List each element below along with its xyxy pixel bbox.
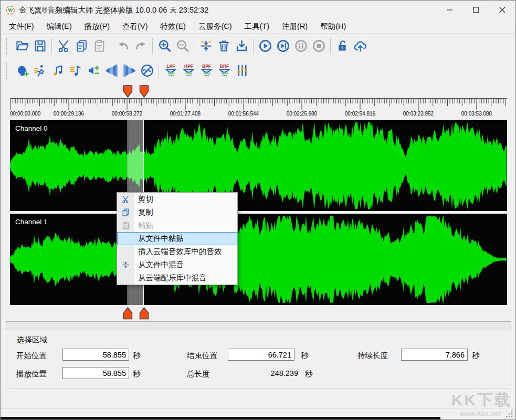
context-item-5[interactable]: 插入云端音效库中的音效: [117, 245, 237, 258]
context-item-7[interactable]: 从云端配乐库中混音: [117, 271, 237, 285]
delete-button[interactable]: [215, 37, 233, 55]
svg-text:LPF: LPF: [166, 64, 175, 69]
zoom-in-button[interactable]: [155, 37, 173, 55]
mix-insert-button[interactable]: [197, 37, 215, 55]
filter-brf-icon: BRF: [217, 64, 231, 78]
context-item-2[interactable]: 复制: [117, 206, 237, 219]
minimize-button[interactable]: [437, 1, 463, 19]
filter-hpf-button[interactable]: HPF: [180, 62, 197, 80]
start-position-input[interactable]: [62, 349, 129, 361]
fade-out-button[interactable]: [120, 62, 138, 80]
end-position-input[interactable]: [228, 349, 294, 361]
filter-bpf-button[interactable]: BPF: [197, 62, 215, 80]
undo-icon: [116, 39, 130, 53]
filter-lpf-button[interactable]: LPF: [162, 62, 180, 80]
context-item-4[interactable]: 从文件中粘贴: [117, 232, 237, 245]
context-item-1[interactable]: 剪切: [117, 193, 237, 206]
svg-text:00:01:56.544: 00:01:56.544: [228, 111, 259, 117]
pitch-icon: [51, 64, 65, 78]
selection-group-title: 选择区域: [14, 335, 50, 345]
svg-text:00:02:54.816: 00:02:54.816: [345, 111, 376, 117]
context-item-3[interactable]: 粘贴: [117, 219, 237, 232]
lock-open-button[interactable]: [333, 37, 351, 55]
svg-text:00:01:27.408: 00:01:27.408: [170, 111, 201, 117]
svg-text:BRF: BRF: [219, 64, 228, 69]
note-eq-button[interactable]: [67, 62, 85, 80]
filter-brf-button[interactable]: BRF: [215, 62, 233, 80]
save-icon: [33, 39, 47, 53]
voice-new-button[interactable]: [13, 62, 31, 80]
undo-button[interactable]: [114, 37, 132, 55]
menu-play[interactable]: 播放(P): [78, 20, 116, 33]
waveform-channel-1[interactable]: Channel 1: [10, 214, 507, 305]
svg-text:00:03:53.088: 00:03:53.088: [461, 111, 492, 117]
open-folder-button[interactable]: [13, 37, 31, 55]
fade-in-button[interactable]: [102, 62, 120, 80]
copy-button[interactable]: [72, 37, 90, 55]
play-position-input[interactable]: [62, 367, 129, 379]
menu-file[interactable]: 文件(F): [3, 20, 40, 33]
tempo-button[interactable]: [31, 62, 49, 80]
selection-start-marker-top[interactable]: [123, 85, 133, 98]
paste-button[interactable]: [90, 37, 108, 55]
menu-view[interactable]: 查看(V): [116, 20, 154, 33]
play-marker-button[interactable]: [274, 37, 292, 55]
context-item-6[interactable]: 从文件中混音: [117, 258, 237, 271]
pitch-button[interactable]: [49, 62, 67, 80]
pause-icon: [294, 39, 308, 53]
minimize-icon: [447, 7, 453, 13]
selection-start-marker-bottom[interactable]: [123, 307, 133, 320]
zoom-out-button[interactable]: [173, 37, 191, 55]
play-position-label: 播放位置: [16, 369, 47, 379]
resize-grip-icon[interactable]: [506, 410, 513, 420]
selection-group-box: [6, 340, 510, 389]
stop-button[interactable]: [310, 37, 328, 55]
toolbar-grip: [6, 62, 9, 79]
waveform-channel-0[interactable]: Channel 0: [10, 120, 507, 211]
duration-unit: 秒: [472, 351, 480, 361]
mixer-button[interactable]: [233, 62, 251, 80]
save-button[interactable]: [31, 37, 49, 55]
svg-text:HPF: HPF: [184, 64, 193, 69]
channel-0-label: Channel 0: [15, 124, 48, 132]
menu-tools[interactable]: 工具(T): [238, 20, 276, 33]
menu-register[interactable]: 注册(R): [276, 20, 314, 33]
menu-cloud[interactable]: 云服务(C): [192, 20, 238, 33]
play-button[interactable]: [256, 37, 274, 55]
import-button[interactable]: [233, 37, 250, 55]
volume-icon: [87, 64, 101, 78]
horizontal-scrollbar[interactable]: [6, 321, 511, 330]
channel-1-label: Channel 1: [15, 218, 48, 226]
selection-end-marker-top[interactable]: [139, 85, 149, 98]
stop-icon: [312, 39, 326, 53]
copy-icon: [121, 208, 130, 217]
paste-icon: [121, 221, 130, 230]
timeline-ruler[interactable]: 00:00:00.00000:00:29.13600:00:58.27200:0…: [10, 98, 507, 120]
maximize-button[interactable]: [463, 1, 489, 19]
end-position-label: 结束位置: [187, 351, 217, 361]
selection-end-marker-bottom[interactable]: [139, 307, 149, 320]
menu-help[interactable]: 帮助(H): [314, 20, 352, 33]
toolbar-separator: [152, 38, 153, 54]
maximize-icon: [473, 7, 479, 13]
svg-text:00:03:23.952: 00:03:23.952: [403, 111, 434, 117]
redo-button[interactable]: [132, 37, 150, 55]
duration-input[interactable]: [401, 349, 468, 361]
toolbar-grip: [6, 38, 9, 55]
cloud-upload-button[interactable]: [351, 37, 369, 55]
mixer-icon: [235, 64, 249, 78]
menu-edit[interactable]: 编辑(E): [40, 20, 78, 33]
menu-effects[interactable]: 特效(E): [154, 20, 192, 33]
delete-icon: [217, 39, 231, 53]
fade-out-icon: [122, 64, 136, 78]
mix-insert-icon: [121, 260, 130, 269]
toolbar-separator: [159, 63, 159, 79]
svg-text:00:00:00.000: 00:00:00.000: [10, 111, 41, 117]
close-button[interactable]: [489, 1, 515, 19]
import-icon: [235, 39, 249, 53]
pause-button[interactable]: [292, 37, 310, 55]
denoise-button[interactable]: [138, 62, 156, 80]
mix-insert-icon: [199, 39, 213, 53]
cut-button[interactable]: [55, 37, 72, 55]
volume-button[interactable]: [85, 62, 102, 80]
